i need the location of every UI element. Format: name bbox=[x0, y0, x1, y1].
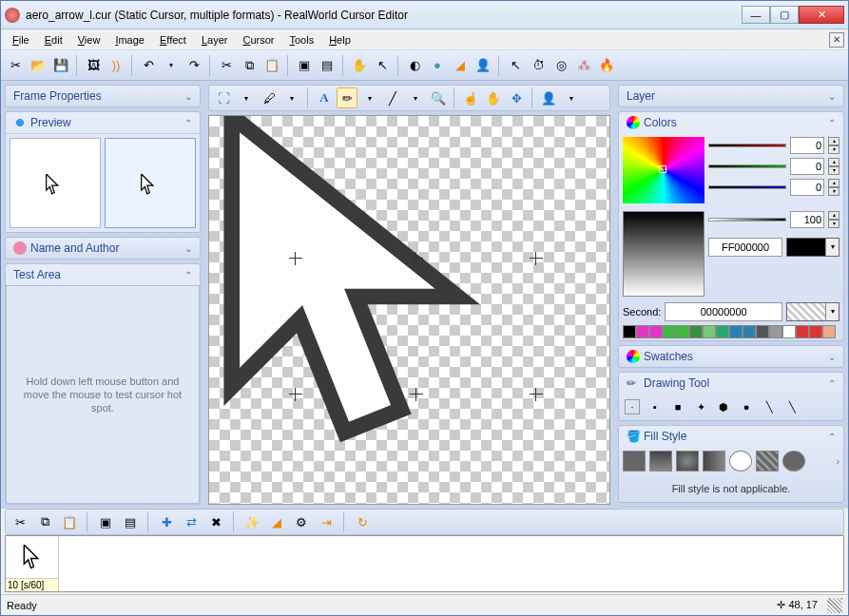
cut-icon[interactable]: ✂ bbox=[10, 511, 30, 532]
brush-3[interactable]: ■ bbox=[670, 399, 685, 414]
layer-header[interactable]: Layer⌄ bbox=[619, 86, 843, 106]
palette-color[interactable] bbox=[809, 325, 822, 338]
copy-icon[interactable]: ⧉ bbox=[34, 511, 55, 532]
gear-dots-icon[interactable]: ⁂ bbox=[573, 55, 594, 76]
target-icon[interactable]: ◎ bbox=[550, 55, 571, 76]
finger-icon[interactable]: ☝ bbox=[460, 87, 481, 108]
menu-file[interactable]: File bbox=[5, 32, 37, 48]
fs-2[interactable] bbox=[649, 451, 672, 472]
brush-7[interactable]: ╲ bbox=[762, 399, 777, 414]
undo-icon[interactable]: ↶ bbox=[138, 55, 159, 76]
menu-cursor[interactable]: Cursor bbox=[235, 32, 281, 48]
dd-icon[interactable]: ▾ bbox=[405, 87, 426, 108]
contrast-icon[interactable]: ◐ bbox=[404, 55, 425, 76]
menu-effect[interactable]: Effect bbox=[152, 32, 194, 48]
lightness-picker[interactable] bbox=[623, 211, 704, 297]
gear-icon[interactable]: ⚙ bbox=[291, 511, 312, 532]
fs-5[interactable] bbox=[729, 451, 752, 472]
preview-header[interactable]: Preview⌃ bbox=[6, 112, 200, 133]
select-icon[interactable]: ⛶ bbox=[213, 87, 234, 108]
palette-color[interactable] bbox=[676, 325, 689, 338]
palette-color[interactable] bbox=[716, 325, 729, 338]
hex-input[interactable]: FF000000 bbox=[708, 238, 782, 257]
fs-6[interactable] bbox=[756, 451, 779, 472]
canvas[interactable] bbox=[208, 115, 610, 505]
new-icon[interactable]: ✂ bbox=[5, 55, 26, 76]
palette-color[interactable] bbox=[663, 325, 676, 338]
blue-value[interactable]: 0 bbox=[790, 179, 824, 196]
menu-layer[interactable]: Layer bbox=[194, 32, 236, 48]
paste-icon[interactable]: 📋 bbox=[261, 55, 282, 76]
cut-icon[interactable]: ✂ bbox=[216, 55, 237, 76]
clock-icon[interactable]: ⏱ bbox=[528, 55, 549, 76]
palette-color[interactable] bbox=[703, 325, 716, 338]
resize-grip-icon[interactable] bbox=[827, 598, 842, 613]
picture-icon[interactable]: 🖼 bbox=[83, 55, 104, 76]
drawing-tool-header[interactable]: ✏Drawing Tool⌃ bbox=[619, 373, 843, 394]
green-spin[interactable]: ▴▾ bbox=[828, 158, 839, 175]
brush-8[interactable]: ╲ bbox=[784, 399, 800, 414]
second-hex-input[interactable]: 00000000 bbox=[665, 302, 782, 321]
move-icon[interactable]: ✥ bbox=[506, 87, 527, 108]
test-area-header[interactable]: Test Area⌃ bbox=[6, 264, 200, 285]
primary-swatch[interactable]: ▾ bbox=[786, 238, 839, 257]
maximize-button[interactable]: ▢ bbox=[770, 6, 799, 24]
menu-tools[interactable]: Tools bbox=[281, 32, 321, 48]
palette-color[interactable] bbox=[649, 325, 663, 338]
redo-icon[interactable]: ↷ bbox=[183, 55, 204, 76]
hue-picker[interactable] bbox=[623, 137, 704, 203]
undo-dd-icon[interactable]: ▾ bbox=[161, 55, 182, 76]
person-icon[interactable]: 👤 bbox=[473, 55, 493, 76]
more-icon[interactable]: › bbox=[837, 456, 839, 467]
colors-header[interactable]: Colors⌃ bbox=[619, 112, 843, 133]
titlebar[interactable]: aero_arrow_l.cur (Static Cursor, multipl… bbox=[1, 1, 848, 29]
dd-icon[interactable]: ▾ bbox=[281, 87, 302, 108]
pointer-icon[interactable]: ↖ bbox=[372, 55, 393, 76]
preview-cell-1[interactable] bbox=[10, 138, 101, 228]
menu-help[interactable]: Help bbox=[321, 32, 358, 48]
dd-icon[interactable]: ▾ bbox=[359, 87, 380, 108]
menu-image[interactable]: Image bbox=[107, 32, 152, 48]
palette-color[interactable] bbox=[822, 325, 836, 338]
minimize-button[interactable]: — bbox=[742, 6, 770, 24]
text-icon[interactable]: A bbox=[314, 87, 335, 108]
add-icon[interactable]: ✚ bbox=[156, 511, 177, 532]
person-icon[interactable]: 👤 bbox=[538, 87, 559, 108]
fill-style-header[interactable]: 🪣Fill Style⌃ bbox=[619, 426, 843, 447]
palette-color[interactable] bbox=[796, 325, 809, 338]
layer1-icon[interactable]: ▣ bbox=[294, 55, 315, 76]
alpha-slider[interactable] bbox=[708, 218, 786, 221]
brush-icon[interactable]: 🖊 bbox=[259, 87, 280, 108]
fs-7[interactable] bbox=[782, 451, 805, 472]
brush-1[interactable]: · bbox=[625, 399, 640, 414]
export-icon[interactable]: ⇥ bbox=[316, 511, 337, 532]
fs-4[interactable] bbox=[703, 451, 725, 472]
ruler-icon[interactable]: ◢ bbox=[450, 55, 471, 76]
paste-icon[interactable]: 📋 bbox=[59, 511, 80, 532]
copy-icon[interactable]: ⧉ bbox=[239, 55, 260, 76]
frame-a-icon[interactable]: ▣ bbox=[95, 511, 116, 532]
wand-icon[interactable]: ✨ bbox=[241, 511, 262, 532]
hand-icon[interactable]: ✋ bbox=[349, 55, 370, 76]
frame-properties-header[interactable]: Frame Properties⌄ bbox=[6, 86, 200, 106]
brush-5[interactable]: ⬢ bbox=[716, 399, 731, 414]
frame-1[interactable]: 10 [s/60] bbox=[6, 536, 59, 591]
close-button[interactable]: ✕ bbox=[799, 6, 844, 24]
save-icon[interactable]: 💾 bbox=[50, 55, 71, 76]
fire-icon[interactable]: 🔥 bbox=[596, 55, 617, 76]
brush-6[interactable]: ● bbox=[739, 399, 754, 414]
brush-2[interactable]: ▪ bbox=[647, 399, 663, 414]
dd-icon[interactable]: ▾ bbox=[236, 87, 257, 108]
menubar-close-icon[interactable]: ✕ bbox=[829, 32, 844, 48]
alpha-spin[interactable]: ▴▾ bbox=[828, 211, 839, 228]
green-value[interactable]: 0 bbox=[790, 158, 824, 175]
green-slider[interactable] bbox=[708, 164, 786, 168]
fs-1[interactable] bbox=[623, 451, 646, 472]
frame-b-icon[interactable]: ▤ bbox=[120, 511, 141, 532]
zoom-icon[interactable]: 🔍 bbox=[428, 87, 449, 108]
palette-color[interactable] bbox=[623, 325, 636, 338]
open-icon[interactable]: 📂 bbox=[28, 55, 48, 76]
palette-color[interactable] bbox=[636, 325, 649, 338]
hand-icon[interactable]: ✋ bbox=[483, 87, 504, 108]
second-swatch[interactable]: ▾ bbox=[786, 302, 839, 321]
